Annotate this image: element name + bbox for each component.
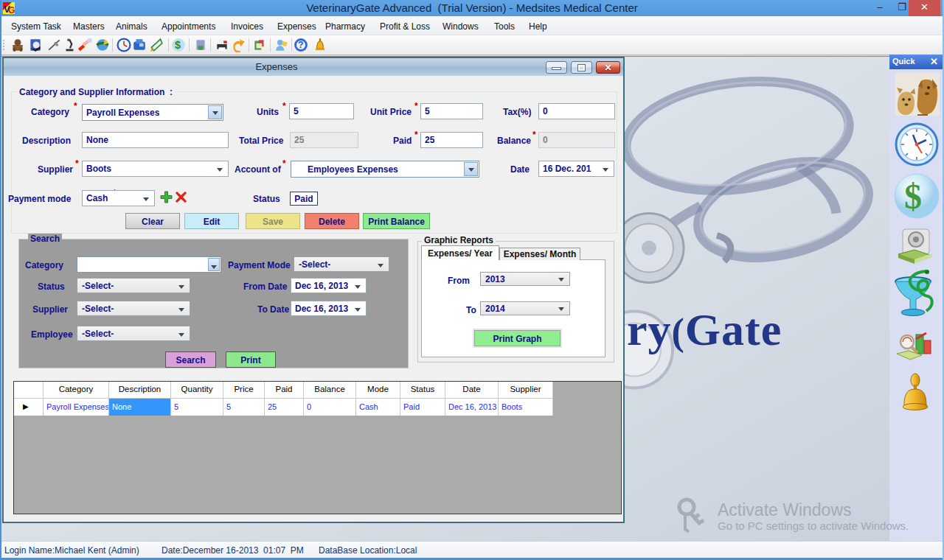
svg-text:?: ? xyxy=(298,40,303,50)
svg-text:$: $ xyxy=(175,39,181,51)
svg-text:$: $ xyxy=(904,177,922,216)
